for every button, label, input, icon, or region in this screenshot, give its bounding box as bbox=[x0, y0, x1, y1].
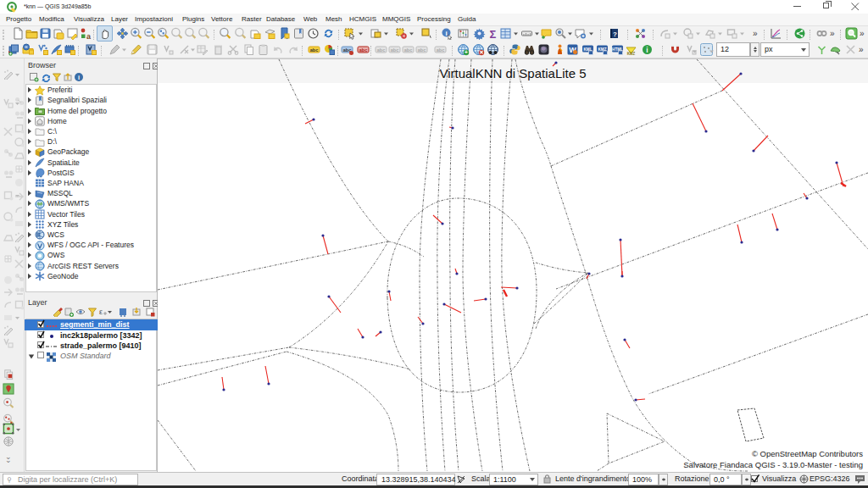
svg-text:abc: abc bbox=[377, 47, 385, 53]
svg-text:Σ: Σ bbox=[490, 28, 497, 41]
svg-text:abc: abc bbox=[310, 47, 318, 53]
svg-text:i: i bbox=[78, 74, 80, 81]
svg-text:KMZ: KMZ bbox=[627, 52, 636, 56]
svg-text:✕: ✕ bbox=[479, 49, 483, 55]
svg-text:i: i bbox=[646, 46, 648, 54]
svg-text:a: a bbox=[86, 32, 92, 41]
svg-text:abc: abc bbox=[437, 47, 444, 53]
svg-text:abc: abc bbox=[404, 47, 412, 53]
svg-text:+: + bbox=[465, 49, 468, 55]
svg-text:abc: abc bbox=[418, 47, 426, 53]
svg-text:i: i bbox=[445, 30, 447, 37]
svg-text:ε: ε bbox=[99, 308, 103, 316]
svg-text:abc: abc bbox=[391, 47, 398, 53]
svg-text:?: ? bbox=[613, 30, 617, 38]
svg-text:abc: abc bbox=[359, 47, 367, 53]
